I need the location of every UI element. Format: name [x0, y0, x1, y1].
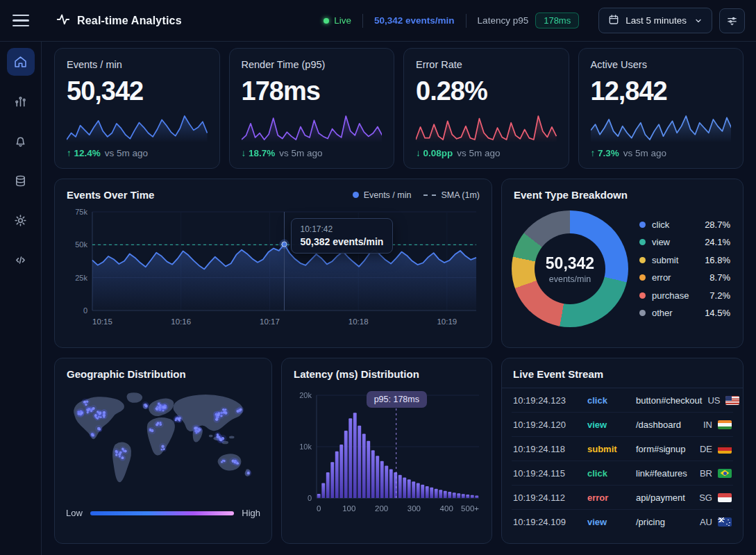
divider [466, 14, 467, 28]
donut-legend-item[interactable]: click28.7% [639, 219, 730, 230]
country-code: US [707, 395, 720, 406]
main-content: Events / min 50,342 ↑ 12.4% vs 5m ago Re… [42, 42, 756, 555]
divider [362, 14, 363, 28]
svg-text:10:15: 10:15 [92, 317, 112, 326]
svg-text:0: 0 [83, 306, 87, 315]
donut-legend-item[interactable]: purchase7.2% [639, 290, 730, 301]
legend-label: purchase [652, 290, 689, 301]
sg-flag-icon [718, 493, 732, 502]
legend-percent: 28.7% [705, 219, 730, 230]
legend-dot-icon [353, 192, 359, 198]
event-target: form#signup [636, 444, 694, 454]
event-stream-row[interactable]: 10:19:24.118submitform#signupDE [512, 437, 733, 461]
svg-text:200: 200 [375, 504, 388, 513]
sidebar-item-data[interactable] [7, 167, 35, 194]
donut-legend-item[interactable]: submit16.8% [639, 255, 730, 265]
donut-legend: click28.7%view24.1%submit16.8%error8.7%p… [639, 219, 730, 319]
card-title: Events Over Time [67, 189, 154, 201]
kpi-title: Render Time (p95) [242, 59, 383, 70]
svg-text:10:18: 10:18 [348, 317, 369, 326]
kpi-card-render-time: Render Time (p95) 178ms ↓ 18.7% vs 5m ag… [229, 48, 395, 169]
kpi-value: 0.28% [416, 76, 557, 106]
country-code: AU [700, 517, 712, 527]
time-range-select[interactable]: Last 5 minutes [598, 8, 712, 33]
card-title: Event Type Breakdown [514, 189, 628, 201]
donut-legend-item[interactable]: error8.7% [639, 272, 730, 283]
kpi-title: Error Rate [416, 59, 557, 70]
legend-percent: 7.2% [709, 290, 730, 301]
legend-label: view [652, 237, 670, 247]
card-title: Geographic Distribution [67, 368, 186, 380]
svg-text:100: 100 [342, 504, 355, 513]
code-icon [13, 253, 28, 267]
latency-distribution-card: Latency (ms) Distribution p95: 178ms 010… [281, 358, 492, 544]
svg-text:0: 0 [317, 504, 321, 513]
live-status: Live [324, 15, 351, 26]
live-event-stream-card: Live Event Stream 10:19:24.123clickbutto… [501, 358, 744, 544]
donut-chart[interactable]: 50,342 events/min [512, 210, 628, 327]
svg-text:400: 400 [440, 504, 453, 513]
event-stream-row[interactable]: 10:19:24.115clicklink#featuresBR [512, 461, 733, 486]
event-stream-table: 10:19:24.123clickbutton#checkoutUS10:19:… [502, 388, 743, 533]
sidebar-item-home[interactable] [7, 48, 35, 76]
events-line-chart[interactable]: 025k50k75k10:1510:1610:1710:1810:19 [66, 206, 480, 331]
latency-readout: Latency p95 178ms [478, 13, 580, 28]
kpi-card-events: Events / min 50,342 ↑ 12.4% vs 5m ago [54, 48, 220, 169]
event-stream-row[interactable]: 10:19:24.120view/dashboardIN [512, 413, 733, 437]
au-flag-icon [718, 517, 732, 527]
svg-text:10k: 10k [299, 442, 312, 451]
donut-legend-item[interactable]: other14.5% [639, 308, 730, 318]
event-stream-row[interactable]: 10:19:24.112errorapi/paymentSG [512, 486, 733, 510]
event-time: 10:19:24.118 [513, 444, 582, 454]
donut-legend-item[interactable]: view24.1% [639, 237, 730, 247]
geographic-distribution-card: Geographic Distribution Low High [54, 358, 272, 544]
database-icon [13, 174, 28, 188]
event-time: 10:19:24.109 [513, 517, 582, 527]
menu-icon[interactable] [12, 10, 33, 31]
donut-center: 50,342 events/min [535, 233, 605, 304]
event-time: 10:19:24.123 [513, 395, 582, 406]
topbar: Real-time Analytics Live 50,342 events/m… [0, 0, 756, 42]
event-stream-row[interactable]: 10:19:24.123clickbutton#checkoutUS [512, 388, 733, 413]
home-icon [13, 55, 28, 69]
event-type-breakdown-card: Event Type Breakdown 50,342 events/min c… [501, 179, 744, 348]
sidebar-item-code[interactable] [7, 246, 35, 274]
svg-text:300: 300 [408, 504, 421, 513]
events-over-time-card: Events Over Time Events / min SMA (1m) 0… [54, 179, 492, 348]
legend-dash-icon [423, 194, 436, 196]
svg-text:0: 0 [308, 494, 312, 502]
kpi-card-error-rate: Error Rate 0.28% ↓ 0.08pp vs 5m ago [403, 48, 569, 169]
filter-icon [726, 15, 738, 26]
sparkline-chart [242, 110, 383, 142]
chevron-down-icon [694, 17, 703, 25]
event-country: US [707, 395, 739, 406]
legend-label: submit [652, 255, 678, 265]
event-stream-row[interactable]: 10:19:24.109view/pricingAU [512, 510, 733, 533]
sidebar-item-analytics[interactable] [7, 88, 35, 115]
legend-dot-icon [639, 257, 646, 263]
chart-legend: Events / min SMA (1m) [353, 190, 480, 200]
gear-icon [13, 213, 28, 228]
kpi-delta: ↑ 12.4% vs 5m ago [67, 148, 208, 158]
legend-dot-icon [639, 310, 646, 316]
map-legend: Low High [55, 502, 271, 518]
sidebar-item-alerts[interactable] [7, 127, 35, 155]
svg-text:20k: 20k [299, 391, 312, 399]
filter-button[interactable] [719, 8, 745, 33]
country-code: DE [700, 444, 712, 454]
event-country: IN [703, 420, 732, 430]
sidebar-item-settings[interactable] [7, 206, 35, 234]
us-flag-icon [725, 396, 739, 405]
event-time: 10:19:24.115 [513, 468, 582, 479]
card-title: Latency (ms) Distribution [294, 368, 419, 380]
activity-icon [56, 12, 71, 30]
legend-percent: 8.7% [709, 272, 730, 283]
legend-percent: 14.5% [705, 308, 730, 318]
event-time: 10:19:24.112 [513, 492, 582, 503]
legend-label: other [652, 308, 673, 318]
brand: Real-time Analytics [56, 12, 182, 30]
in-flag-icon [718, 420, 732, 429]
legend-dot-icon [639, 274, 646, 281]
event-country: SG [699, 492, 732, 503]
event-time: 10:19:24.120 [513, 420, 582, 430]
